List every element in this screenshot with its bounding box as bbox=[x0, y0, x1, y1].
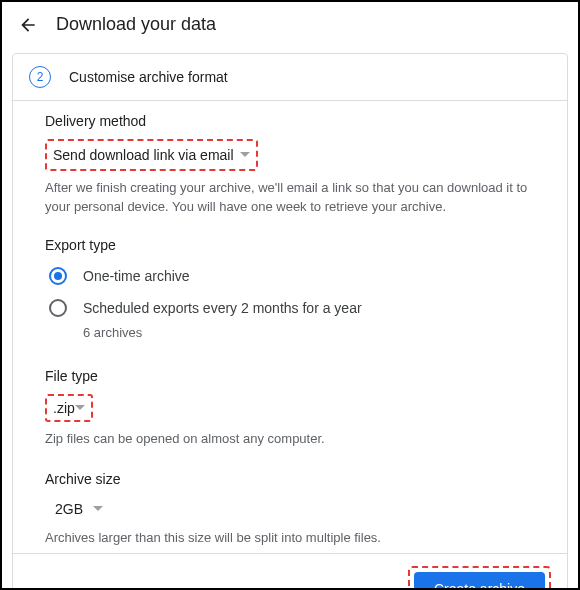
delivery-method-value: Send download link via email bbox=[53, 147, 234, 163]
delivery-helper-text: After we finish creating your archive, w… bbox=[45, 179, 535, 217]
archive-size-label: Archive size bbox=[45, 471, 535, 487]
export-scheduled-note: 6 archives bbox=[83, 325, 535, 340]
create-archive-highlight: Create archive bbox=[408, 566, 551, 590]
archive-size-value: 2GB bbox=[55, 501, 83, 517]
chevron-down-icon bbox=[75, 405, 85, 411]
chevron-down-icon bbox=[93, 506, 103, 512]
delivery-method-dropdown[interactable]: Send download link via email bbox=[45, 139, 258, 171]
panel-content: Delivery method Send download link via e… bbox=[13, 101, 567, 553]
panel-footer: Create archive bbox=[13, 553, 567, 590]
filetype-section: File type .zip Zip files can be opened o… bbox=[45, 368, 535, 449]
step-header: 2 Customise archive format bbox=[13, 54, 567, 101]
archive-size-helper-text: Archives larger than this size will be s… bbox=[45, 529, 535, 548]
export-type-section: Export type One-time archive Scheduled e… bbox=[45, 237, 535, 340]
archive-format-panel: 2 Customise archive format Delivery meth… bbox=[12, 53, 568, 590]
filetype-label: File type bbox=[45, 368, 535, 384]
archive-size-section: Archive size 2GB Archives larger than th… bbox=[45, 471, 535, 548]
delivery-section: Delivery method Send download link via e… bbox=[45, 113, 535, 217]
export-once-radio[interactable]: One-time archive bbox=[49, 267, 535, 285]
filetype-dropdown[interactable]: .zip bbox=[45, 394, 93, 422]
export-type-label: Export type bbox=[45, 237, 535, 253]
delivery-label: Delivery method bbox=[45, 113, 535, 129]
filetype-helper-text: Zip files can be opened on almost any co… bbox=[45, 430, 535, 449]
back-arrow-icon[interactable] bbox=[18, 15, 38, 35]
step-title: Customise archive format bbox=[69, 69, 228, 85]
page-header: Download your data bbox=[2, 2, 578, 45]
create-archive-button[interactable]: Create archive bbox=[414, 572, 545, 590]
export-scheduled-radio[interactable]: Scheduled exports every 2 months for a y… bbox=[49, 299, 535, 317]
archive-size-dropdown[interactable]: 2GB bbox=[49, 497, 109, 521]
radio-selected-icon bbox=[49, 267, 67, 285]
step-number-badge: 2 bbox=[29, 66, 51, 88]
filetype-value: .zip bbox=[53, 400, 75, 416]
export-scheduled-label: Scheduled exports every 2 months for a y… bbox=[83, 300, 362, 316]
radio-unselected-icon bbox=[49, 299, 67, 317]
page-title: Download your data bbox=[56, 14, 216, 35]
chevron-down-icon bbox=[240, 152, 250, 158]
export-once-label: One-time archive bbox=[83, 268, 190, 284]
